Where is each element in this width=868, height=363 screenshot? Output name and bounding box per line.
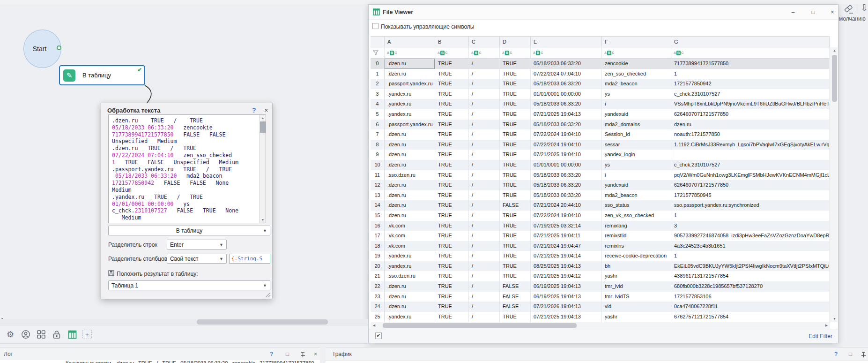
scrollbar-thumb[interactable] xyxy=(383,323,577,328)
table-cell[interactable]: .vk.com xyxy=(385,231,435,241)
table-cell[interactable]: TRUE xyxy=(435,79,469,89)
scrollbar-thumb[interactable] xyxy=(260,121,266,133)
table-cell[interactable]: mda2_beacon xyxy=(602,190,671,201)
table-cell[interactable]: .yandex.ru xyxy=(385,251,435,261)
table-cell[interactable]: .passport.yandex.ru xyxy=(385,79,435,89)
close-icon[interactable]: × xyxy=(314,351,317,357)
table-row[interactable]: 21.sso.dzen.ruTRUE/TRUE07/21/2025 19:04:… xyxy=(371,271,830,281)
table-cell[interactable]: / xyxy=(469,292,500,302)
table-cell[interactable]: 0ca4748067228f11 xyxy=(671,302,830,312)
table-cell[interactable]: FALSE xyxy=(500,281,531,292)
table-row[interactable]: 0.dzen.ruTRUE/TRUE05/18/2033 06:33:20zen… xyxy=(371,59,830,69)
table-row[interactable]: 11.sso.dzen.ruTRUE/TRUE05/18/2033 06:33:… xyxy=(371,170,830,181)
table-cell[interactable]: 01/01/0001 00:00:00 xyxy=(531,89,602,99)
table-cell[interactable]: remixlns xyxy=(602,241,671,251)
table-cell[interactable]: FALSE xyxy=(500,302,531,312)
table-cell[interactable]: / xyxy=(469,99,500,109)
table-cell[interactable]: 07/21/2025 19:04:10 xyxy=(531,150,602,160)
table-cell[interactable]: tmr_lvid xyxy=(602,281,671,292)
custom-separator-input[interactable]: {-String.S xyxy=(229,254,270,264)
table-cell[interactable]: EkEiL05vdC9BKUJyYW5kIjt2PSI4IiwgIkNocm9t… xyxy=(671,261,830,272)
filter-cell[interactable]: ABC xyxy=(602,47,671,59)
table-cell[interactable]: TRUE xyxy=(435,211,469,221)
table-cell[interactable]: 05/18/2033 06:33:20 xyxy=(531,99,602,109)
table-cell[interactable]: ys xyxy=(602,89,671,99)
table-cell[interactable]: TRUE xyxy=(435,129,469,140)
table-cell[interactable]: / xyxy=(469,251,500,261)
table-cell[interactable]: 01/01/0001 00:00:00 xyxy=(531,160,602,170)
filter-cell[interactable]: ABC xyxy=(531,47,602,59)
table-cell[interactable]: TRUE xyxy=(500,59,531,69)
table-cell[interactable]: tmr_lvidTS xyxy=(602,292,671,302)
table-cell[interactable]: TRUE xyxy=(435,200,469,211)
table-cell[interactable]: TRUE xyxy=(435,109,469,120)
table-cell[interactable]: / xyxy=(469,241,500,251)
column-separator-select[interactable]: Свой текст ▼ xyxy=(167,254,227,264)
table-cell[interactable]: TRUE xyxy=(435,241,469,251)
table-cell[interactable]: .vk.com xyxy=(385,241,435,251)
table-cell[interactable]: .dzen.ru xyxy=(385,140,435,150)
table-cell[interactable]: TRUE xyxy=(500,271,531,281)
table-cell[interactable]: dzen.ru xyxy=(671,120,830,130)
scroll-up-icon[interactable]: ▲ xyxy=(831,47,838,54)
table-row[interactable]: 3.yandex.ruTRUE/TRUE01/01/0001 00:00:00y… xyxy=(371,89,830,99)
table-row[interactable]: 14.dzen.ruTRUE/FALSE07/21/2024 20:44:10s… xyxy=(371,200,830,211)
table-row[interactable]: 15.dzen.ruTRUE/TRUE07/22/2024 19:04:10ze… xyxy=(371,211,830,221)
maximize-icon[interactable]: □ xyxy=(286,351,289,357)
table-cell[interactable]: 06/19/2025 19:04:13 xyxy=(531,292,602,302)
tables-icon[interactable] xyxy=(67,329,77,340)
column-header[interactable]: A xyxy=(385,36,435,47)
table-cell[interactable]: pqV2/Wm0GuNnh1owg3LKEmglFSMbHJewKVKnECNM… xyxy=(671,170,830,181)
table-cell[interactable]: 08/25/2025 19:04:13 xyxy=(531,261,602,272)
table-cell[interactable]: TRUE xyxy=(435,180,469,190)
table-cell[interactable]: TRUE xyxy=(435,190,469,201)
table-cell[interactable]: TRUE xyxy=(435,140,469,150)
table-cell[interactable]: TRUE xyxy=(435,99,469,109)
column-header[interactable]: G xyxy=(671,36,830,47)
table-cell[interactable]: sso_status xyxy=(602,200,671,211)
table-cell[interactable]: FALSE xyxy=(500,200,531,211)
table-cell[interactable]: 05/18/2033 06:33:20 xyxy=(531,79,602,89)
column-header[interactable]: B xyxy=(435,36,469,47)
table-cell[interactable]: .dzen.ru xyxy=(385,190,435,201)
source-text-area[interactable]: .dzen.ru TRUE / TRUE05/18/2033 06:33:20 … xyxy=(108,114,266,223)
table-cell[interactable]: 07/21/2024 20:44:10 xyxy=(531,200,602,211)
table-cell[interactable] xyxy=(671,150,830,160)
table-cell[interactable]: 07/21/2025 19:04:13 xyxy=(531,109,602,120)
table-cell[interactable]: TRUE xyxy=(500,140,531,150)
column-header[interactable]: F xyxy=(602,36,671,47)
table-cell[interactable]: 7177389941721577850 xyxy=(671,59,830,69)
table-cell[interactable]: TRUE xyxy=(435,231,469,241)
table-row[interactable]: 4.yandex.ruTRUE/TRUE05/18/2033 06:33:20i… xyxy=(371,99,830,109)
table-cell[interactable]: remixstlid xyxy=(602,231,671,241)
table-cell[interactable]: / xyxy=(469,302,500,312)
table-cell[interactable]: TRUE xyxy=(500,170,531,181)
table-cell[interactable]: .dzen.ru xyxy=(385,59,435,69)
table-cell[interactable]: TRUE xyxy=(435,271,469,281)
table-cell[interactable]: 3 xyxy=(671,221,830,231)
table-cell[interactable]: / xyxy=(469,150,500,160)
table-cell[interactable]: c_chck.2310107527 xyxy=(671,160,830,170)
table-cell[interactable]: vid xyxy=(602,302,671,312)
log-panel-header[interactable]: Лог ? □ × xyxy=(0,347,320,361)
add-panel-icon[interactable]: + xyxy=(82,330,92,339)
table-cell[interactable]: / xyxy=(469,180,500,190)
table-row[interactable]: 19.yandex.ruTRUE/TRUE07/21/2025 19:04:14… xyxy=(371,251,830,261)
table-cell[interactable]: .dzen.ru xyxy=(385,292,435,302)
table-cell[interactable]: TRUE xyxy=(500,180,531,190)
table-cell[interactable]: VSsMhpT8xnLbkDpPN9jnoVkcimL9T6hUZtlBuGHw… xyxy=(671,99,830,109)
table-cell[interactable]: 1 xyxy=(671,69,830,79)
table-cell[interactable]: .yandex.ru xyxy=(385,312,435,322)
maximize-icon[interactable]: □ xyxy=(849,351,852,357)
table-cell[interactable]: / xyxy=(469,170,500,181)
table-cell[interactable]: TRUE xyxy=(435,59,469,69)
scrollbar-thumb[interactable] xyxy=(197,319,328,325)
edit-filter-link[interactable]: Edit Filter xyxy=(809,333,832,340)
table-cell[interactable]: .dzen.ru xyxy=(385,180,435,190)
table-cell[interactable]: / xyxy=(469,211,500,221)
table-cell[interactable]: 9057339927246874058_izdi3pHw3eeFaZsVZozG… xyxy=(671,231,830,241)
table-cell[interactable]: .sso.dzen.ru xyxy=(385,170,435,181)
table-cell[interactable]: i xyxy=(602,170,671,181)
table-cell[interactable]: .yandex.ru xyxy=(385,89,435,99)
filter-cell[interactable]: ABC xyxy=(671,47,830,59)
